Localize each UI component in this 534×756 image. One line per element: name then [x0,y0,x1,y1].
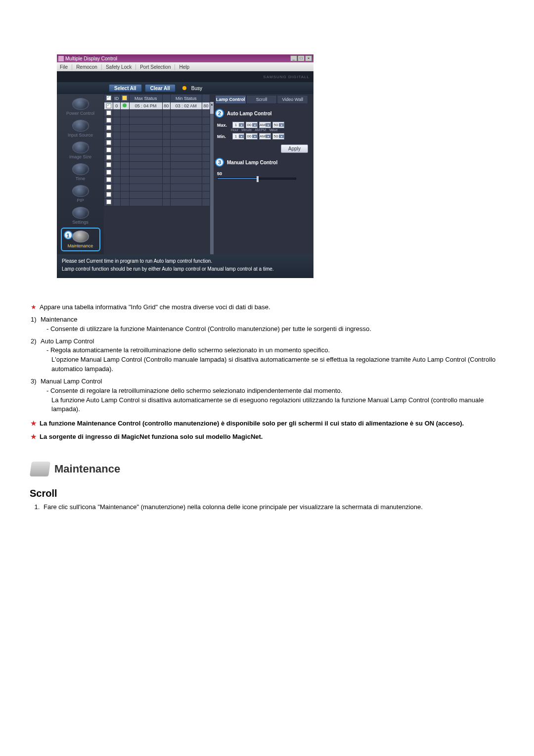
apply-button[interactable]: Apply [281,144,308,153]
callout-badge-2: 2 [215,109,224,118]
grid-header-status [120,94,129,102]
tab-video-wall[interactable]: Video Wall [277,95,308,104]
maintenance-heading-icon [30,462,50,476]
row-checkbox[interactable] [106,133,111,138]
busy-label: Busy [191,86,202,91]
sidebar-item-pip[interactable]: PIP [61,184,100,205]
status-dot-icon [123,103,127,107]
maximize-button[interactable]: □ [298,55,305,61]
table-row-empty [104,191,210,199]
row-checkbox[interactable] [106,103,111,108]
time-icon [72,163,89,175]
auto-lamp-section: 2 Auto Lamp Control Max. 1▾ 00▾ AM▾ 50▾ … [215,109,308,153]
row-id: 0 [113,102,121,110]
window-title: Multiple Display Control [65,56,117,61]
table-row-empty [104,199,210,206]
star-icon: ★ [31,432,37,442]
max-val-select[interactable]: 50▾ [272,122,284,128]
row-checkbox[interactable] [106,170,111,175]
header-status-icon [122,95,127,100]
chevron-down-icon: ▾ [239,135,244,138]
item-3-sub1: - Consente di regolare la retroilluminaz… [46,386,503,396]
item-3: 3)Manual Lamp Control - Consente di rego… [31,377,503,414]
tab-scroll[interactable]: Scroll [246,95,277,104]
app-screenshot: Multiple Display Control _ □ × File Remo… [57,54,313,278]
manual-lamp-section: 3 Manual Lamp Control 50 [215,158,308,180]
table-row[interactable]: 0 05 : 04 PM 80 03 : 02 AM 80 [104,102,210,110]
slider-track[interactable] [217,178,296,180]
grid-header-maxstatus: Max Status [129,94,162,102]
window-titlebar: Multiple Display Control _ □ × [57,54,313,62]
item-1: 1)Maintenance - Consente di utilizzare l… [31,315,503,334]
header-checkbox[interactable] [106,95,111,100]
menu-portselection[interactable]: Port Selection [140,64,175,70]
item-1-sub: - Consente di utilizzare la funzione Mai… [46,325,503,334]
row-checkbox[interactable] [106,125,111,130]
max-min-select[interactable]: 00▾ [246,122,258,128]
footer-line-1: Please set Current time in program to ru… [62,257,309,265]
min-hour-select[interactable]: 1▾ [232,133,244,140]
star-icon: ★ [31,303,37,312]
table-row-empty [104,169,210,177]
sidebar-item-input[interactable]: Input Source [61,119,100,140]
menu-help[interactable]: Help [179,64,193,70]
row-maxv: 80 [162,102,170,110]
item-2: 2)Auto Lamp Control - Regola automaticam… [31,337,503,374]
right-panel: Lamp Control Scroll Video Wall 2 Auto La… [210,94,310,254]
row-checkbox[interactable] [106,110,111,115]
max-hour-select[interactable]: 1▾ [232,122,244,128]
scroll-heading: Scroll [30,486,503,501]
row-minstatus: 03 : 02 AM [170,102,202,110]
grid-header-maxv [162,94,170,102]
clear-all-button[interactable]: Clear All [145,84,176,92]
row-checkbox[interactable] [106,162,111,167]
menu-remocon[interactable]: Remocon [76,64,102,70]
sidebar-item-power[interactable]: Power Control [61,97,100,118]
sidebar-item-time[interactable]: Time [61,162,100,183]
scroll-up-icon[interactable]: ▲ [210,102,214,107]
grid-scrollbar[interactable]: ▲ [210,102,214,254]
bold-note-2: ★ La sorgente di ingresso di MagicNet fu… [31,432,503,442]
row-checkbox[interactable] [106,185,111,189]
menu-safetylock[interactable]: Safety Lock [106,64,136,70]
tab-lamp-control[interactable]: Lamp Control [215,95,246,104]
max-row: Max. 1▾ 00▾ AM▾ 50▾ [217,122,308,128]
row-checkbox[interactable] [106,177,111,182]
close-button[interactable]: × [305,55,312,61]
row-checkbox[interactable] [106,140,111,145]
slider-knob[interactable] [257,176,259,182]
chevron-down-icon: ▾ [279,123,284,127]
auto-lamp-title: Auto Lamp Control [227,111,272,116]
row-checkbox[interactable] [106,118,111,123]
min-ampm-select[interactable]: AM▾ [259,133,271,140]
min-row: Min. 1▾ 00▾ AM▾ 50▾ [217,133,308,140]
max-ampm-select[interactable]: AM▾ [259,122,271,128]
row-checkbox[interactable] [106,199,111,204]
row-checkbox[interactable] [106,147,111,152]
menu-file[interactable]: File [60,64,72,70]
scroll-thumb[interactable] [210,107,214,114]
pip-icon [72,185,89,197]
sidebar-item-maintenance[interactable]: 1 Maintenance [61,228,100,251]
select-all-button[interactable]: Select All [109,84,142,92]
min-val-select[interactable]: 50▾ [272,133,284,140]
grid-header-check [104,94,113,102]
sidebar-item-settings[interactable]: Settings [61,206,100,227]
table-row-empty [104,177,210,184]
row-checkbox[interactable] [106,192,111,197]
manual-lamp-slider[interactable]: 50 [217,171,308,180]
top-toolbar: Select All Clear All Busy [57,82,313,94]
sidebar-item-imagesize[interactable]: Image Size [61,141,100,161]
table-row-empty [104,184,210,191]
row-checkbox[interactable] [106,155,111,160]
min-label: Min. [217,134,231,139]
footer-line-2: Lamp control function should be run by e… [62,265,309,273]
table-row-empty [104,154,210,162]
minimize-button[interactable]: _ [290,55,297,61]
settings-icon [72,207,89,219]
input-icon [72,120,89,132]
chevron-down-icon: ▾ [252,135,257,138]
min-min-select[interactable]: 00▾ [246,133,258,140]
grid-header-minstatus: Min Status [170,94,202,102]
chevron-down-icon: ▾ [279,135,284,138]
